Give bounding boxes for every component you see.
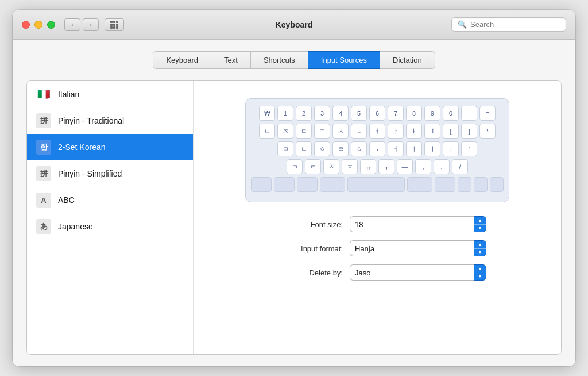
back-button[interactable]: ‹ [64, 18, 80, 31]
sidebar-item-japanese[interactable]: あ Japanese [27, 213, 193, 240]
title-bar: ‹ › Keyboard 🔍 [13, 10, 575, 40]
font-size-value[interactable]: 18 [350, 216, 474, 232]
key-cmd-right [407, 177, 432, 192]
sidebar: 🇮🇹 Italian 拼 Pinyin - Traditional 한 2-Se… [27, 81, 194, 354]
forward-button[interactable]: › [83, 18, 99, 31]
key-apostrophe: ' [461, 141, 477, 156]
settings-area: Font size: 18 ▲ ▼ Input format: [216, 216, 538, 281]
key-d: ㄷ [296, 124, 312, 139]
korean-icon: 한 [36, 140, 51, 155]
key-p: ㅍ [342, 159, 358, 174]
pinyin-simplified-label: Pinyin - Simplified [58, 169, 122, 178]
input-format-control: Hanja ▲ ▼ [350, 240, 486, 256]
forward-icon: › [90, 21, 92, 29]
key-r: ㄹ [332, 141, 349, 156]
key-t: ㅌ [305, 159, 321, 174]
grid-button[interactable] [105, 18, 124, 31]
input-format-stepper[interactable]: ▲ ▼ [474, 240, 486, 256]
tab-shortcuts[interactable]: Shortcuts [251, 51, 308, 69]
key-backslash: \ [479, 124, 496, 139]
tab-dictation[interactable]: Dictation [380, 51, 435, 69]
delete-by-label: Delete by: [268, 268, 343, 277]
pinyin-traditional-label: Pinyin - Traditional [58, 116, 124, 125]
sidebar-item-pinyin-simplified[interactable]: 拼 Pinyin - Simplified [27, 160, 193, 187]
sidebar-item-2set-korean[interactable]: 한 2-Set Korean [27, 134, 193, 160]
tab-bar: Keyboard Text Shortcuts Input Sources Di… [26, 51, 562, 69]
key-ya: ㅑ [388, 124, 404, 139]
font-size-up-arrow[interactable]: ▲ [474, 217, 486, 225]
key-ae: ㅐ [406, 124, 422, 139]
pinyin-simplified-icon: 拼 [36, 166, 51, 181]
delete-by-stepper[interactable]: ▲ ▼ [474, 264, 486, 281]
tab-keyboard[interactable]: Keyboard [153, 51, 211, 69]
search-input[interactable] [470, 20, 560, 29]
keyboard-row-3: ㅁ ㄴ ㅇ ㄹ ㅎ ㅗ ㅓ ㅏ ㅣ ; ' [255, 141, 500, 156]
key-rbracket: ] [461, 124, 477, 139]
key-yeo: ㅕ [369, 124, 385, 139]
key-h: ㅎ [351, 141, 367, 156]
delete-by-up-arrow[interactable]: ▲ [474, 265, 486, 273]
font-size-stepper[interactable]: ▲ ▼ [474, 216, 486, 232]
font-size-row: Font size: 18 ▲ ▼ [268, 216, 486, 232]
key-g: ㄱ [314, 124, 330, 139]
japanese-icon: あ [36, 219, 51, 234]
abc-label: ABC [58, 195, 75, 205]
key-s: ㅅ [332, 124, 349, 139]
keyboard-row-5 [255, 177, 500, 192]
key-cmd-left [320, 177, 345, 192]
abc-icon: A [36, 193, 51, 208]
key-lbracket: [ [443, 124, 459, 139]
input-format-value[interactable]: Hanja [350, 240, 474, 256]
key-a: ㅏ [406, 141, 422, 156]
sidebar-item-pinyin-traditional[interactable]: 拼 Pinyin - Traditional [27, 108, 193, 134]
font-size-down-arrow[interactable]: ▼ [474, 225, 486, 232]
main-panel: 🇮🇹 Italian 拼 Pinyin - Traditional 한 2-Se… [26, 80, 562, 355]
key-7: 7 [388, 106, 404, 121]
key-yo: ㅛ [351, 124, 367, 139]
italian-flag-icon: 🇮🇹 [36, 87, 51, 102]
back-icon: ‹ [71, 21, 74, 29]
key-fn [251, 177, 272, 192]
key-ch: ㅊ [323, 159, 339, 174]
key-ng: ㅇ [314, 141, 330, 156]
tab-input-sources[interactable]: Input Sources [308, 51, 380, 69]
maximize-button[interactable] [47, 21, 55, 29]
key-8: 8 [406, 106, 422, 121]
search-bar[interactable]: 🔍 [451, 17, 566, 32]
input-format-down-arrow[interactable]: ▼ [474, 249, 486, 256]
window-title: Keyboard [276, 20, 313, 29]
delete-by-value[interactable]: Jaso [350, 264, 474, 281]
key-comma: , [415, 159, 431, 174]
close-button[interactable] [22, 21, 30, 29]
input-format-up-arrow[interactable]: ▲ [474, 241, 486, 249]
keyboard-row-2: ㅂ ㅈ ㄷ ㄱ ㅅ ㅛ ㅕ ㅑ ㅐ ㅔ [ ] \ [255, 124, 500, 139]
keyboard-row-1: ₩ 1 2 3 4 5 6 7 8 9 0 - = [255, 106, 500, 121]
main-window: ‹ › Keyboard 🔍 Keyboard [13, 10, 575, 366]
key-period: . [434, 159, 450, 174]
key-2: 2 [296, 106, 312, 121]
key-j: ㅈ [277, 124, 293, 139]
key-slash: / [452, 159, 468, 174]
pinyin-traditional-icon: 拼 [36, 113, 51, 128]
font-size-label: Font size: [268, 220, 343, 229]
key-1: 1 [277, 106, 293, 121]
key-n: ㄴ [296, 141, 312, 156]
key-space [347, 177, 405, 192]
delete-by-down-arrow[interactable]: ▼ [474, 273, 486, 281]
italian-label: Italian [58, 90, 79, 99]
keyboard-row-4: ㅋ ㅌ ㅊ ㅍ ㅠ ㅜ — , . / [255, 159, 500, 174]
sidebar-item-italian[interactable]: 🇮🇹 Italian [27, 81, 193, 108]
key-ctrl [274, 177, 295, 192]
key-i: ㅣ [424, 141, 440, 156]
right-panel: ₩ 1 2 3 4 5 6 7 8 9 0 - = [194, 81, 561, 354]
key-9: 9 [424, 106, 440, 121]
key-equals: = [479, 106, 496, 121]
tab-text[interactable]: Text [211, 51, 251, 69]
input-format-row: Input format: Hanja ▲ ▼ [268, 240, 486, 256]
key-minus: - [461, 106, 477, 121]
key-left [458, 177, 471, 192]
key-b: ㅂ [259, 124, 275, 139]
sidebar-item-abc[interactable]: A ABC [27, 187, 193, 213]
2set-korean-label: 2-Set Korean [58, 143, 106, 152]
minimize-button[interactable] [34, 21, 42, 29]
